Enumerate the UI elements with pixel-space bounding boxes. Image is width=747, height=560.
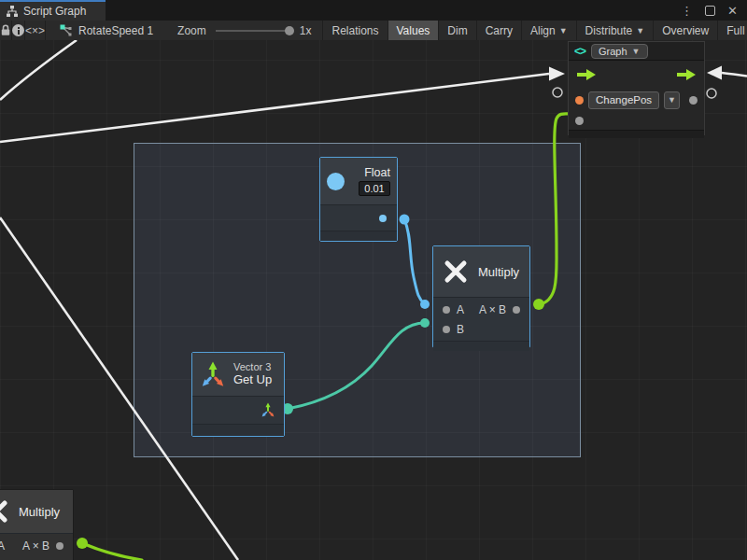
node-title: Get Up xyxy=(233,373,272,387)
script-graph-window: Script Graph ⋮ ✕ <×> RotateSpeed xyxy=(0,0,747,560)
port-value-output[interactable] xyxy=(689,96,698,105)
float-value-input[interactable]: 0.01 xyxy=(359,181,390,196)
window-menu-icon[interactable]: ⋮ xyxy=(681,4,693,18)
flow-input-arrow-icon[interactable] xyxy=(577,69,596,80)
toolbar-button-distribute[interactable]: Distribute▼ xyxy=(576,21,654,40)
toolbar-button-align[interactable]: Align▼ xyxy=(521,21,576,40)
wire-endpoint-dot xyxy=(77,538,88,549)
zoom-slider-handle[interactable] xyxy=(285,26,294,35)
node-title: Float xyxy=(364,166,390,179)
port-out-label: A × B xyxy=(22,539,49,553)
node-subtitle: Vector 3 xyxy=(233,361,272,373)
chevron-down-icon: ▼ xyxy=(632,47,641,56)
port-a-input[interactable] xyxy=(443,306,450,314)
port-out-label: A × B xyxy=(479,303,506,316)
node-multiply[interactable]: Multiply A A × B B xyxy=(432,245,530,348)
node-title: Multiply xyxy=(19,505,60,519)
code-icon: <> xyxy=(574,45,585,58)
window-bar: Script Graph ⋮ ✕ xyxy=(0,0,747,21)
wire-flow-top-left[interactable] xyxy=(0,40,77,100)
lock-button[interactable] xyxy=(0,21,12,40)
toolbar: <×> RotateSpeed 1 Zoom 1x Relations Valu… xyxy=(0,21,747,41)
close-icon[interactable]: ✕ xyxy=(727,4,738,18)
vector3-mini-icon port-vector-output[interactable] xyxy=(261,402,275,418)
breadcrumb-label: RotateSpeed 1 xyxy=(78,24,153,37)
port-float-output[interactable] xyxy=(379,215,387,222)
zoom-value: 1x xyxy=(300,24,312,37)
maximize-icon[interactable] xyxy=(705,6,715,16)
wire-flow-out-of-graph-node[interactable] xyxy=(722,73,747,77)
graph-breadcrumb[interactable]: RotateSpeed 1 xyxy=(59,21,153,40)
zoom-slider[interactable] xyxy=(216,30,292,32)
graph-target-icon xyxy=(59,23,73,37)
port-a-label: A xyxy=(457,303,464,316)
vector3-arrows-icon xyxy=(200,360,226,389)
wire-arrowhead-icon xyxy=(707,66,722,80)
changepos-dropdown[interactable]: ChangePos xyxy=(588,91,659,109)
zoom-label: Zoom xyxy=(177,24,206,37)
info-icon xyxy=(12,24,24,36)
toolbar-button-relations[interactable]: Relations xyxy=(322,21,387,40)
port-result-output[interactable] xyxy=(513,306,520,314)
code-brackets-button[interactable]: <×> xyxy=(25,21,46,40)
tab-script-graph[interactable]: Script Graph xyxy=(0,0,106,21)
port-a-label: A xyxy=(0,539,5,553)
flow-output-arrow-icon[interactable] xyxy=(677,69,696,80)
node-float[interactable]: Float 0.01 xyxy=(319,157,398,242)
wire-multiply2-out[interactable] xyxy=(82,543,142,560)
port-b-input[interactable] xyxy=(443,326,450,333)
port-event-input[interactable] xyxy=(575,96,584,105)
script-graph-icon xyxy=(6,5,19,18)
wire-flow-into-graph-node[interactable] xyxy=(0,74,549,142)
chevron-down-icon: ▼ xyxy=(636,26,644,35)
node-graph-superunit[interactable]: <> Graph ▼ ChangePos ▼ xyxy=(568,41,705,135)
graph-dropdown-button[interactable]: Graph ▼ xyxy=(591,44,648,59)
toolbar-button-dim[interactable]: Dim xyxy=(438,21,475,40)
info-button[interactable] xyxy=(12,21,25,40)
multiply-x-icon xyxy=(443,259,469,285)
multiply-x-icon xyxy=(0,498,9,525)
port-circle-unconnected[interactable] xyxy=(707,89,716,98)
toolbar-button-values[interactable]: Values xyxy=(388,21,439,40)
node-vector3-get-up[interactable]: Vector 3 Get Up xyxy=(191,352,285,437)
chevron-down-icon: ▼ xyxy=(668,95,676,105)
toolbar-button-carry[interactable]: Carry xyxy=(476,21,521,40)
port-b-label: B xyxy=(457,323,464,336)
wire-arrowhead-icon xyxy=(549,67,565,81)
node-multiply-2[interactable]: Multiply A A × B xyxy=(0,489,74,560)
port-result-output[interactable] xyxy=(56,542,63,550)
tab-title: Script Graph xyxy=(23,5,86,18)
float-circle-icon xyxy=(327,173,345,190)
toolbar-button-fullscreen[interactable]: Full Screen xyxy=(717,21,747,40)
lock-icon xyxy=(0,24,11,36)
node-title: Multiply xyxy=(478,265,519,279)
graph-canvas[interactable]: <> Graph ▼ ChangePos ▼ xyxy=(0,40,747,560)
toolbar-button-overview[interactable]: Overview xyxy=(653,21,717,40)
port-circle-unconnected[interactable] xyxy=(553,88,562,97)
chevron-down-icon: ▼ xyxy=(559,26,568,35)
changepos-caret-button[interactable]: ▼ xyxy=(664,91,680,109)
port-value-input[interactable] xyxy=(575,117,584,125)
